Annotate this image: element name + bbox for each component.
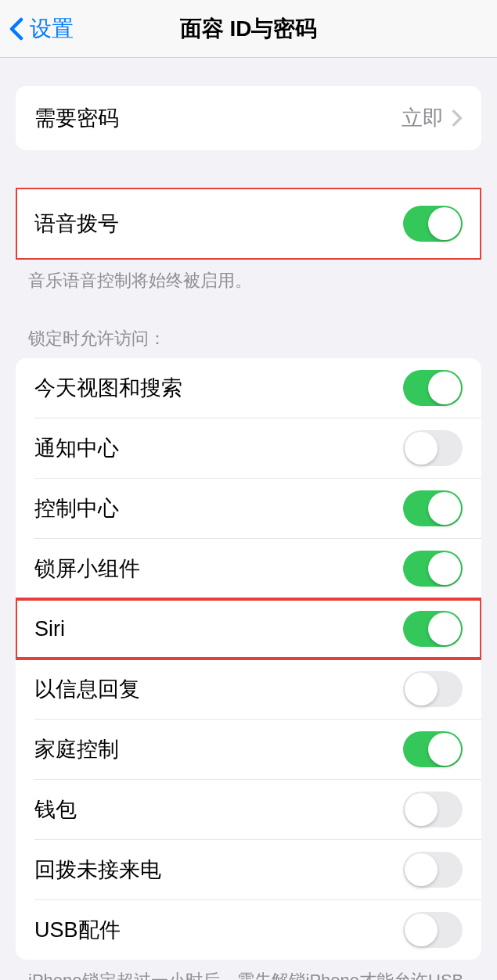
toggle-row: 家庭控制 [16,720,481,779]
voice-dial-toggle[interactable] [403,206,463,242]
list-item: 通知中心 [16,418,481,478]
toggle-row: 控制中心 [16,479,481,538]
list-item: 回拨未接来电 [16,840,481,899]
navigation-bar: 设置 面容 ID与密码 [0,0,497,58]
toggle-switch[interactable] [403,852,463,888]
chevron-right-icon [452,109,463,127]
toggle-row: USB配件 [16,900,481,960]
toggle-knob [405,853,438,886]
toggle-switch[interactable] [403,912,463,948]
toggle-row: 钱包 [16,780,481,839]
toggle-switch[interactable] [403,551,463,587]
toggle-switch[interactable] [403,731,463,767]
toggle-knob [405,673,438,705]
row-label: 家庭控制 [34,735,403,763]
toggle-knob [405,793,438,826]
toggle-knob [428,372,461,404]
list-item: USB配件 [16,900,481,960]
toggle-row: 锁屏小组件 [16,539,481,598]
lock-access-group: 今天视图和搜索通知中心控制中心锁屏小组件Siri以信息回复家庭控制钱包回拨未接来… [16,358,481,960]
toggle-switch[interactable] [403,611,463,647]
lock-access-footer: iPhone锁定超过一小时后，需先解锁iPhone才能允许USB配件连接。 [0,960,497,980]
row-label: 控制中心 [34,494,403,522]
toggle-knob [428,612,461,645]
row-value: 立即 [402,104,444,132]
back-label: 设置 [30,14,74,44]
toggle-row: Siri [16,599,481,659]
toggle-row: 以信息回复 [16,659,481,719]
list-item: 今天视图和搜索 [16,358,481,418]
toggle-switch[interactable] [403,671,463,707]
voice-dial-footer: 音乐语音控制将始终被启用。 [0,260,497,293]
toggle-switch[interactable] [403,430,463,466]
toggle-knob [428,207,461,240]
toggle-knob [405,914,438,946]
voice-dial-group: 语音拨号 [16,188,481,260]
list-item: 以信息回复 [16,659,481,719]
toggle-knob [428,733,461,766]
toggle-knob [428,492,461,525]
chevron-left-icon [9,17,23,41]
row-label: 今天视图和搜索 [34,374,403,402]
row-label: USB配件 [34,916,403,944]
row-label: 以信息回复 [34,675,403,703]
row-label: 语音拨号 [34,210,403,238]
row-label: Siri [34,617,403,641]
list-item: 锁屏小组件 [16,539,481,598]
row-label: 回拨未接来电 [34,856,403,884]
toggle-row: 回拨未接来电 [16,840,481,899]
toggle-switch[interactable] [403,792,463,827]
passcode-group: 需要密码 立即 [16,86,481,150]
row-label: 锁屏小组件 [34,555,403,583]
lock-access-header: 锁定时允许访问： [0,327,497,358]
toggle-row: 通知中心 [16,418,481,478]
list-item: Siri [16,599,481,659]
back-button[interactable]: 设置 [0,14,74,44]
toggle-switch[interactable] [403,370,463,406]
require-passcode-row[interactable]: 需要密码 立即 [16,86,481,150]
list-item: 家庭控制 [16,720,481,779]
list-item: 控制中心 [16,479,481,538]
toggle-switch[interactable] [403,490,463,526]
voice-dial-row: 语音拨号 [16,188,481,260]
toggle-row: 今天视图和搜索 [16,358,481,418]
row-label: 通知中心 [34,434,403,462]
page-title: 面容 ID与密码 [180,14,318,44]
row-label: 需要密码 [34,104,402,132]
toggle-knob [428,552,461,585]
row-label: 钱包 [34,795,403,824]
list-item: 钱包 [16,780,481,839]
toggle-knob [405,432,438,465]
